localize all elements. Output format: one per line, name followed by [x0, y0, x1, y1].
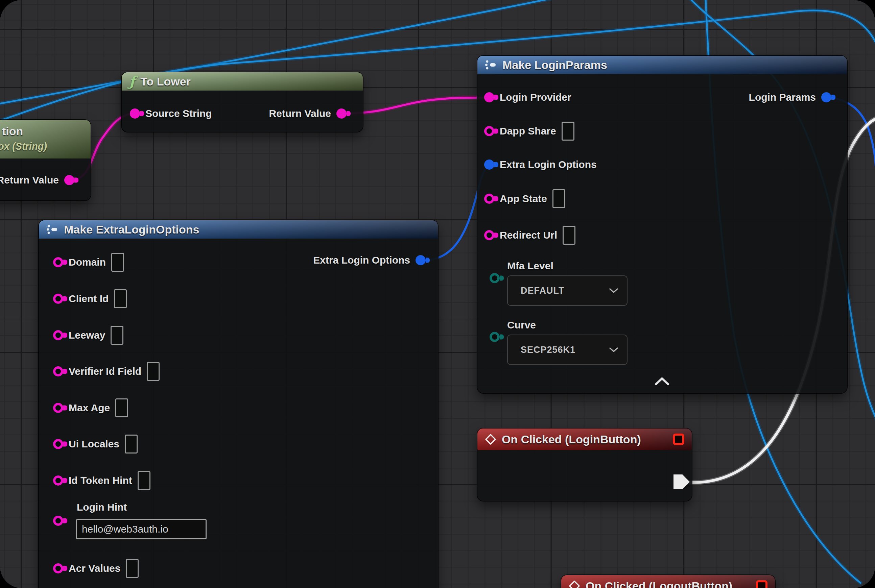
value-box-redirect-url[interactable] — [562, 226, 576, 244]
input-pin-id-token-hint[interactable] — [53, 476, 63, 486]
input-pin-acr-values[interactable] — [53, 563, 63, 573]
pin-label-extra-login-options: Extra Login Options — [500, 159, 597, 170]
chevron-down-icon — [609, 288, 618, 293]
input-pin-extra-login-options[interactable] — [484, 159, 494, 170]
node-subtitle-fragment: ox (String) — [0, 141, 47, 152]
pin-label-acr-values: Acr Values — [69, 562, 120, 574]
event-diamond-icon — [485, 434, 496, 445]
input-pin-dapp-share[interactable] — [484, 126, 494, 136]
pin-label-verifier-id-field: Verifier Id Field — [69, 366, 141, 377]
input-pin-client-id[interactable] — [53, 294, 63, 304]
screenshot-stage: tion ox (String) Return Value ƒ To Lower… — [0, 0, 875, 588]
make-struct-icon — [485, 59, 497, 70]
value-box-id-token-hint[interactable] — [138, 471, 150, 490]
node-title: On Clicked (LoginButton) — [502, 433, 641, 446]
event-bind-indicator[interactable] — [756, 580, 767, 588]
input-pin-leeway[interactable] — [53, 330, 63, 340]
node-header[interactable]: tion ox (String) — [0, 120, 90, 159]
node-header[interactable]: Make ExtraLoginOptions — [39, 220, 438, 238]
pin-label-login-provider: Login Provider — [500, 92, 571, 103]
value-box-client-id[interactable] — [114, 289, 127, 308]
pin-label-return-value: Return Value — [0, 174, 59, 186]
blueprint-graph-canvas[interactable]: tion ox (String) Return Value ƒ To Lower… — [0, 0, 875, 588]
pin-label-client-id: Client Id — [69, 293, 108, 304]
node-header[interactable]: ƒ To Lower — [122, 72, 363, 91]
value-box-dapp-share[interactable] — [562, 122, 574, 141]
input-pin-max-age[interactable] — [53, 403, 63, 413]
input-pin-mfa-level[interactable] — [490, 273, 500, 283]
node-title: Make ExtraLoginOptions — [64, 223, 200, 236]
pin-label-app-state: App State — [500, 193, 547, 204]
value-box-max-age[interactable] — [115, 398, 128, 417]
mfa-level-dropdown[interactable]: DEFAULT — [507, 275, 627, 306]
event-diamond-icon — [569, 580, 580, 588]
pin-label-domain: Domain — [69, 256, 106, 268]
node-on-clicked-login-button[interactable]: On Clicked (LoginButton) — [477, 429, 692, 501]
function-icon: ƒ — [129, 75, 135, 88]
output-pin-extra-login-options[interactable] — [415, 255, 425, 265]
pin-label-login-params-out: Login Params — [749, 92, 816, 103]
input-pin-source-string[interactable] — [130, 108, 140, 118]
node-make-login-params[interactable]: Make LoginParams Login Provider Dapp Sha… — [477, 56, 847, 393]
node-on-clicked-logout-button[interactable]: On Clicked (LogoutButton) — [561, 575, 775, 588]
event-bind-indicator[interactable] — [673, 434, 684, 445]
input-pin-app-state[interactable] — [484, 194, 494, 204]
value-box-acr-values[interactable] — [126, 559, 138, 578]
login-hint-input[interactable]: hello@web3auth.io — [76, 519, 207, 539]
node-header[interactable]: On Clicked (LoginButton) — [477, 429, 692, 450]
pin-label-max-age: Max Age — [69, 402, 110, 414]
curve-value: SECP256K1 — [521, 345, 576, 355]
value-box-verifier-id-field[interactable] — [147, 362, 159, 381]
output-pin-return-value[interactable] — [337, 108, 347, 118]
value-box-app-state[interactable] — [552, 189, 565, 208]
pin-label-ui-locales: Ui Locales — [69, 438, 119, 450]
pin-label-login-hint: Login Hint — [77, 501, 127, 513]
wire-magenta-to-login-provider — [343, 98, 490, 114]
node-header[interactable]: Make LoginParams — [477, 56, 847, 74]
input-pin-ui-locales[interactable] — [53, 439, 63, 449]
pin-label-redirect-url: Redirect Url — [500, 230, 557, 241]
value-box-domain[interactable] — [111, 253, 124, 272]
value-box-ui-locales[interactable] — [125, 435, 138, 453]
pin-label-extra-login-options-out: Extra Login Options — [313, 255, 410, 266]
node-make-extra-login-options[interactable]: Make ExtraLoginOptions Domain Client Id … — [39, 220, 438, 588]
output-pin-return-value[interactable] — [64, 175, 74, 185]
node-to-lower[interactable]: ƒ To Lower Source String Return Value — [122, 72, 363, 132]
input-pin-domain[interactable] — [53, 257, 63, 267]
node-get-selected-option-partial[interactable]: tion ox (String) Return Value — [0, 120, 90, 200]
pin-label-id-token-hint: Id Token Hint — [69, 475, 132, 486]
node-title: Make LoginParams — [502, 58, 607, 72]
pin-label-return-value: Return Value — [269, 108, 331, 119]
node-title-fragment: tion — [2, 125, 23, 138]
input-pin-login-provider[interactable] — [484, 92, 494, 102]
output-pin-login-params[interactable] — [821, 92, 831, 102]
node-title: On Clicked (LogoutButton) — [586, 579, 732, 588]
make-struct-icon — [46, 224, 59, 235]
pin-label-mfa-level: Mfa Level — [507, 260, 553, 272]
pin-label-curve: Curve — [507, 320, 536, 331]
pin-label-leeway: Leeway — [69, 330, 105, 341]
exec-output-pin[interactable] — [674, 474, 690, 489]
mfa-level-value: DEFAULT — [521, 285, 565, 296]
input-pin-verifier-id-field[interactable] — [53, 366, 63, 376]
collapse-node-chevron-icon[interactable] — [654, 377, 669, 387]
input-pin-login-hint[interactable] — [53, 516, 63, 526]
chevron-down-icon — [609, 347, 618, 352]
value-box-leeway[interactable] — [111, 326, 123, 345]
pin-label-dapp-share: Dapp Share — [500, 125, 556, 137]
curve-dropdown[interactable]: SECP256K1 — [507, 334, 627, 365]
input-pin-curve[interactable] — [490, 332, 500, 342]
node-header[interactable]: On Clicked (LogoutButton) — [561, 575, 775, 588]
node-title: To Lower — [140, 75, 191, 88]
pin-label-source-string: Source String — [145, 108, 212, 119]
input-pin-redirect-url[interactable] — [484, 230, 494, 240]
